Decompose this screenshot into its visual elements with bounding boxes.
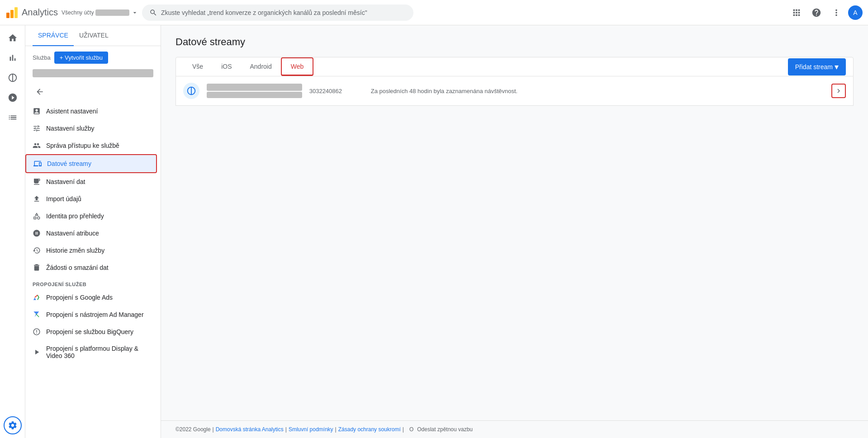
add-stream-label: Přidat stream (795, 63, 833, 71)
topbar-right: A (788, 5, 863, 21)
footer-separator-4: | (403, 426, 404, 433)
user-avatar[interactable]: A (848, 5, 863, 20)
help-icon (811, 8, 821, 18)
add-stream-button[interactable]: Přidat stream ▾ (788, 58, 846, 75)
nav-display-video-label: Propojení s platformou Display & Video 3… (46, 345, 150, 359)
back-nav-row (25, 81, 161, 103)
sidebar-home-icon[interactable] (4, 29, 22, 47)
ads-icon (8, 93, 18, 103)
nav-display-video[interactable]: Propojení s platformou Display & Video 3… (25, 340, 157, 364)
footer-link-analytics[interactable]: Domovská stránka Analytics (216, 426, 284, 433)
nav-sprava-pristupu[interactable]: Správa přístupu ke službě (25, 137, 157, 154)
svg-rect-2 (14, 7, 18, 18)
nav-asistent-label: Asistent nastavení (46, 108, 98, 115)
tab-spravce[interactable]: SPRÁVCE (33, 25, 74, 46)
apps-icon (792, 8, 802, 18)
nav-asistent[interactable]: Asistent nastavení (25, 103, 157, 120)
stream-id: 3032240862 (309, 88, 364, 94)
sidebar-configure-icon[interactable] (4, 108, 22, 127)
stream-card[interactable]: ██████ ████████████████████████ 30322408… (175, 76, 854, 106)
display-video-nav-icon (33, 348, 41, 356)
sidebar-ads-icon[interactable] (4, 89, 22, 107)
bar-chart-icon (8, 53, 18, 63)
stream-status: Za posledních 48 hodin byla zaznamenána … (371, 88, 824, 94)
nav-identita[interactable]: Identita pro přehledy (25, 207, 157, 225)
nav-google-ads-label: Propojení s Google Ads (46, 294, 113, 301)
nav-nastaveni-atribuce[interactable]: Nastavení atribuce (25, 225, 157, 242)
stream-info: ██████ ████████████████████████ (207, 84, 302, 98)
app-title: Analytics (22, 7, 58, 18)
sidebar-explore-icon[interactable] (4, 69, 22, 87)
nav-ad-manager-label: Propojení s nástrojem Ad Manager (46, 311, 144, 318)
settings-icon (8, 420, 18, 430)
footer-link-terms[interactable]: Smluvní podmínky (289, 426, 333, 433)
nav-sprava-pristupu-label: Správa přístupu ke službě (46, 142, 119, 149)
propojeni-section-label: PROPOJENÍ SLUŽEB (25, 276, 161, 289)
nav-nastaveni-sluzby[interactable]: Nastavení služby (25, 120, 157, 137)
nav-datove-streamy[interactable]: Datové streamy (25, 154, 157, 173)
nav-google-ads[interactable]: Propojení s Google Ads (25, 289, 157, 306)
nav-historie-zmen[interactable]: Historie změn služby (25, 242, 157, 259)
sidebar-reports-icon[interactable] (4, 49, 22, 67)
data-settings-nav-icon (33, 178, 41, 186)
nav-datove-streamy-label: Datové streamy (47, 160, 91, 167)
tab-web[interactable]: Web (281, 57, 314, 76)
search-bar[interactable]: Zkuste vyhledat „trend konverze z organi… (142, 5, 413, 21)
globe-icon (186, 86, 196, 96)
analytics-logo-icon (5, 6, 18, 19)
nav-nastaveni-dat[interactable]: Nastavení dat (25, 173, 157, 190)
svg-rect-0 (6, 13, 9, 18)
add-stream-area: Přidat stream ▾ (788, 58, 846, 75)
settings-service-nav-icon (33, 124, 41, 132)
all-accounts-label: Všechny účty (62, 9, 94, 16)
stream-arrow-button[interactable] (831, 84, 846, 98)
nav-nastaveni-atribuce-label: Nastavení atribuce (46, 230, 99, 237)
nav-ad-manager[interactable]: Propojení s nástrojem Ad Manager (25, 306, 157, 323)
nav-import-udaju[interactable]: Import údajů (25, 190, 157, 207)
nav-bigquery[interactable]: Propojení se službou BigQuery (25, 323, 157, 340)
stream-url: ████████████████████████ (207, 92, 302, 98)
nav-nastaveni-sluzby-label: Nastavení služby (46, 125, 95, 132)
nav-nastaveni-dat-label: Nastavení dat (46, 178, 85, 185)
sidebar-bottom-icons (0, 413, 25, 438)
footer: ©2022 Google | Domovská stránka Analytic… (161, 420, 868, 438)
search-placeholder: Zkuste vyhledat „trend konverze z organi… (161, 9, 367, 16)
tab-android[interactable]: Android (241, 58, 280, 75)
tab-ios[interactable]: iOS (212, 58, 241, 75)
main-layout: SPRÁVCE UŽIVATEL Služba + Vytvořit služb… (0, 25, 868, 438)
back-button[interactable] (33, 85, 47, 99)
sidebar-settings-icon[interactable] (4, 416, 22, 434)
tab-vse[interactable]: Vše (183, 58, 212, 75)
chevron-down-icon (131, 9, 138, 16)
nav-zadosti-smazani[interactable]: Žádosti o smazání dat (25, 259, 157, 276)
sidebar-icons (0, 25, 25, 438)
more-options-button[interactable] (828, 5, 844, 21)
svg-rect-1 (10, 10, 14, 18)
help-button[interactable] (808, 5, 825, 21)
history-nav-icon (33, 246, 41, 254)
nav-historie-zmen-label: Historie změn služby (46, 247, 104, 254)
create-service-button[interactable]: + Vytvořit službu (54, 52, 108, 64)
apps-button[interactable] (788, 5, 805, 21)
more-vert-icon (831, 8, 841, 18)
nav-identita-label: Identita pro přehledy (46, 212, 104, 220)
account-blurred-text: ████████ (95, 9, 129, 16)
attribution-nav-icon (33, 229, 41, 237)
streams-nav-icon (33, 160, 42, 168)
page-title: Datové streamy (175, 36, 854, 48)
stream-name: ██████ (207, 84, 302, 91)
admin-tabs: SPRÁVCE UŽIVATEL (25, 25, 161, 46)
footer-copyright: ©2022 Google (175, 426, 211, 433)
footer-feedback-label: O (409, 426, 413, 433)
explore-icon (8, 73, 18, 83)
ad-manager-nav-icon (33, 311, 41, 319)
nav-import-udaju-label: Import údajů (46, 195, 81, 203)
search-icon (149, 9, 157, 17)
home-icon (8, 33, 18, 43)
import-nav-icon (33, 195, 41, 203)
account-selector[interactable]: Všechny účty ████████ (62, 9, 138, 16)
footer-separator-3: | (335, 426, 337, 433)
tab-uzivatel[interactable]: UŽIVATEL (74, 25, 114, 46)
back-arrow-icon (35, 87, 44, 96)
footer-link-privacy[interactable]: Zásady ochrany soukromí (338, 426, 401, 433)
